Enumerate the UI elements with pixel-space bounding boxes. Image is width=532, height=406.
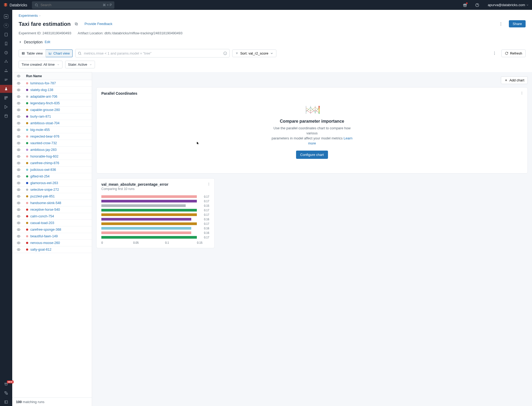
eye-icon[interactable] [17,128,20,132]
left-nav-rail: M NEW [0,10,12,406]
run-row[interactable]: burly-ram-871 [12,113,92,120]
eye-icon[interactable] [17,181,20,185]
run-row[interactable]: carefree-sponge-368 [12,226,92,233]
time-filter[interactable]: Time created: All time [19,61,63,68]
run-row[interactable]: carefree-chimp-876 [12,160,92,167]
eye-icon[interactable] [17,175,20,178]
rail-create[interactable] [0,22,12,30]
rail-collapse[interactable] [0,398,12,406]
run-row[interactable]: honorable-hog-602 [12,153,92,160]
state-filter[interactable]: State: Active [65,61,95,68]
experiment-title: Taxi fare estimation [19,21,71,27]
eye-icon[interactable] [17,141,20,145]
eye-icon[interactable] [17,155,20,158]
run-row[interactable]: glamorous-eel-263 [12,180,92,187]
eye-icon[interactable] [17,234,20,238]
refresh-button[interactable]: Refresh [501,49,526,57]
run-row[interactable]: vaunted-crow-732 [12,140,92,147]
rail-models[interactable] [0,94,12,102]
table-view-button[interactable]: Table view [19,49,46,57]
eye-icon[interactable] [17,88,20,92]
rail-serving[interactable] [0,103,12,111]
rail-partner[interactable] [0,389,12,397]
run-row[interactable]: nervous-moose-260 [12,240,92,246]
eye-icon[interactable] [17,201,20,205]
eye-icon[interactable] [17,248,20,251]
eye-icon[interactable] [17,101,20,105]
run-row[interactable]: respected-bear-976 [12,133,92,140]
share-button[interactable]: Share [509,20,526,27]
eye-icon[interactable] [17,148,20,152]
configure-chart-button[interactable]: Configure chart [296,151,328,159]
eye-icon[interactable] [17,81,20,85]
eye-icon[interactable] [17,95,20,98]
run-row[interactable]: capable-grouse-280 [12,107,92,113]
copy-icon[interactable] [74,22,78,26]
run-name: stately-dog-138 [30,88,53,92]
eye-icon[interactable] [17,221,20,225]
eye-icon[interactable] [17,208,20,212]
eye-icon[interactable] [17,74,20,78]
eye-icon[interactable] [17,214,20,218]
chart-view-button[interactable]: Chart view [46,49,73,57]
page-menu-icon[interactable] [499,22,503,26]
user-menu[interactable]: apurva@databricks.com [488,3,529,7]
rail-recents[interactable] [0,49,12,57]
rail-notebook[interactable] [0,31,12,39]
help-icon[interactable] [475,3,479,7]
eye-icon[interactable] [17,228,20,231]
toolbar-menu-icon[interactable] [492,51,497,55]
rail-workflows[interactable] [0,76,12,84]
run-row[interactable]: big-mole-455 [12,127,92,133]
filter-input-wrap[interactable] [75,49,230,57]
brand-logo[interactable]: Databricks [3,3,27,7]
run-row[interactable]: ambitious-stoat-704 [12,120,92,127]
add-chart-button[interactable]: Add chart [501,76,528,84]
rail-marketplace[interactable]: NEW [0,380,12,388]
eye-icon[interactable] [17,115,20,118]
run-row[interactable]: stately-dog-138 [12,87,92,93]
run-row[interactable]: beautiful-fawn-149 [12,233,92,240]
eye-icon[interactable] [17,108,20,112]
rail-workspace[interactable]: M [0,13,12,20]
run-row[interactable]: legendary-finch-635 [12,100,92,107]
run-row[interactable]: handsome-skink-548 [12,200,92,206]
run-row[interactable]: judicious-owl-836 [12,167,92,173]
gift-icon[interactable] [463,3,467,7]
description-edit-link[interactable]: Edit [45,40,50,44]
eye-icon[interactable] [17,194,20,198]
eye-icon[interactable] [17,121,20,125]
card-menu-icon[interactable] [207,182,211,186]
run-row[interactable]: calm-conch-754 [12,213,92,220]
eye-icon[interactable] [17,135,20,138]
run-row[interactable]: puzzled-yak-851 [12,193,92,200]
run-row[interactable]: ambitious-jay-283 [12,147,92,153]
filter-input[interactable] [84,51,223,55]
rail-experiments[interactable] [0,85,12,93]
rail-cluster[interactable] [0,67,12,75]
sort-button[interactable]: Sort: val_r2_score [232,49,276,57]
card-menu-icon[interactable] [520,91,524,95]
eye-icon[interactable] [17,241,20,245]
run-row[interactable]: adaptable-ant-706 [12,93,92,100]
run-row[interactable]: luminous-fox-787 [12,80,92,87]
global-search[interactable]: ⌘ + P [32,1,114,9]
rail-repos[interactable] [0,40,12,48]
run-row[interactable]: selective-snipe-272 [12,187,92,193]
eye-icon[interactable] [17,188,20,192]
rail-feature-store[interactable] [0,112,12,120]
chevron-right-icon[interactable] [19,40,22,44]
eye-icon[interactable] [17,168,20,172]
run-row[interactable]: gifted-kit-254 [12,173,92,180]
run-row[interactable]: salty-goat-812 [12,246,92,253]
eye-icon[interactable] [17,161,20,165]
provide-feedback-link[interactable]: Provide Feedback [85,22,113,26]
bar-value-label: 0.17 [204,213,209,216]
info-icon[interactable] [223,51,227,55]
run-row[interactable]: receptive-horse-540 [12,206,92,213]
svg-point-10 [5,71,6,72]
run-row[interactable]: casual-toad-203 [12,220,92,226]
breadcrumb-root[interactable]: Experiments [19,14,38,18]
rail-data[interactable] [0,58,12,66]
search-input[interactable] [40,3,103,7]
